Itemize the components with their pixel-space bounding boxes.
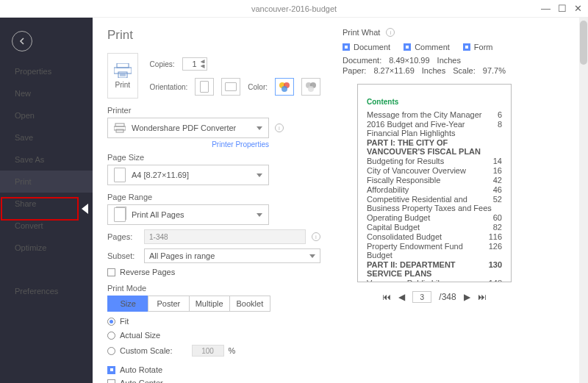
sidebar-item-save: Save (0, 126, 93, 148)
next-page-button[interactable]: ▶ (464, 292, 470, 302)
orientation-label: Orientation: (150, 83, 188, 91)
sidebar-item-new[interactable]: New (0, 82, 93, 104)
document-size-info: Document:8.49×10.99Inches (343, 56, 573, 65)
svg-rect-1 (114, 68, 132, 74)
title-bar: vancouver-2016-budget — ☐ ✕ (0, 0, 588, 18)
copies-label: Copies: (150, 60, 175, 68)
subset-select[interactable]: All Pages in range (144, 248, 320, 263)
printer-icon (114, 123, 126, 133)
svg-rect-2 (118, 72, 127, 78)
grayscale-button[interactable] (301, 78, 320, 96)
page-range-label: Page Range (107, 193, 320, 201)
mode-booklet-button[interactable]: Booklet (229, 296, 270, 312)
mode-multiple-button[interactable]: Multiple (189, 296, 230, 312)
copies-stepper[interactable]: 1 (182, 57, 207, 71)
svg-point-7 (282, 86, 287, 92)
page-size-select[interactable]: A4 [8.27×11.69] (107, 165, 269, 185)
scrollbar-thumb[interactable] (580, 21, 587, 65)
print-what-label: Print Whati (343, 28, 573, 37)
color-button[interactable] (275, 78, 294, 96)
sidebar-item-share[interactable]: Share (0, 193, 93, 215)
mode-size-button[interactable]: Size (107, 296, 148, 312)
fit-radio[interactable]: Fit (107, 317, 320, 326)
actual-size-radio[interactable]: Actual Size (107, 331, 320, 340)
form-checkbox[interactable]: Form (463, 43, 493, 51)
pages-icon (114, 207, 126, 222)
sidebar-item-preferences[interactable]: Preferences (0, 280, 93, 302)
back-button[interactable] (12, 31, 32, 51)
custom-scale-input[interactable] (192, 345, 224, 357)
sidebar-item-open[interactable]: Open (0, 104, 93, 126)
sidebar: Properties New Open Save Save As Print S… (0, 18, 93, 383)
print-mode-label: Print Mode (107, 284, 320, 293)
page-icon (114, 168, 126, 182)
page-preview: Contents Message from the City Manager6 … (357, 84, 512, 282)
sidebar-item-properties[interactable]: Properties (0, 60, 93, 82)
svg-rect-11 (115, 124, 124, 126)
mode-poster-button[interactable]: Poster (148, 296, 189, 312)
info-icon[interactable]: i (386, 28, 395, 37)
active-indicator-icon (82, 204, 88, 214)
portrait-button[interactable] (195, 78, 214, 96)
window-title: vancouver-2016-budget (251, 4, 337, 13)
printer-properties-link[interactable]: Printer Properties (107, 140, 269, 148)
printer-select[interactable]: Wondershare PDF Converter (107, 118, 269, 138)
first-page-button[interactable]: ⏮ (382, 292, 391, 302)
svg-point-10 (308, 86, 314, 92)
close-icon[interactable]: ✕ (574, 3, 582, 14)
pages-label: Pages: (107, 232, 144, 241)
color-icon (279, 82, 290, 92)
pages-input[interactable] (144, 229, 306, 244)
prev-page-button[interactable]: ◀ (398, 292, 405, 302)
printer-icon (114, 63, 132, 78)
page-number-input[interactable] (412, 291, 431, 303)
info-icon[interactable]: i (275, 124, 284, 132)
comment-checkbox[interactable]: Comment (404, 43, 450, 51)
grayscale-icon (305, 82, 317, 92)
sidebar-item-optimize[interactable]: Optimize (0, 237, 93, 259)
page-title: Print (107, 28, 320, 43)
document-checkbox[interactable]: Document (343, 43, 390, 51)
paper-size-info: Paper:8.27×11.69InchesScale:97.7% (343, 66, 573, 75)
custom-scale-radio[interactable]: Custom Scale: % (107, 345, 320, 357)
sidebar-item-print[interactable]: Print (0, 171, 93, 193)
minimize-icon[interactable]: — (541, 3, 551, 14)
scrollbar[interactable] (579, 18, 588, 383)
landscape-button[interactable] (221, 78, 240, 96)
page-total: /348 (439, 292, 456, 302)
auto-center-checkbox[interactable]: Auto Center (107, 379, 320, 383)
subset-label: Subset: (107, 251, 144, 260)
preview-contents-title: Contents (367, 98, 502, 106)
sidebar-item-save-as[interactable]: Save As (0, 148, 93, 171)
sidebar-item-convert[interactable]: Convert (0, 215, 93, 237)
last-page-button[interactable]: ⏭ (478, 292, 487, 302)
color-label: Color: (248, 83, 268, 91)
info-icon[interactable]: i (312, 232, 320, 241)
page-size-label: Page Size (107, 153, 320, 162)
maximize-icon[interactable]: ☐ (558, 3, 567, 14)
page-range-select[interactable]: Print All Pages (107, 204, 269, 225)
printer-section-label: Printer (107, 106, 320, 115)
auto-rotate-checkbox[interactable]: Auto Rotate (107, 365, 320, 374)
svg-rect-0 (117, 63, 129, 68)
print-button[interactable]: Print (107, 53, 138, 99)
reverse-pages-checkbox[interactable]: Reverse Pages (107, 268, 320, 276)
